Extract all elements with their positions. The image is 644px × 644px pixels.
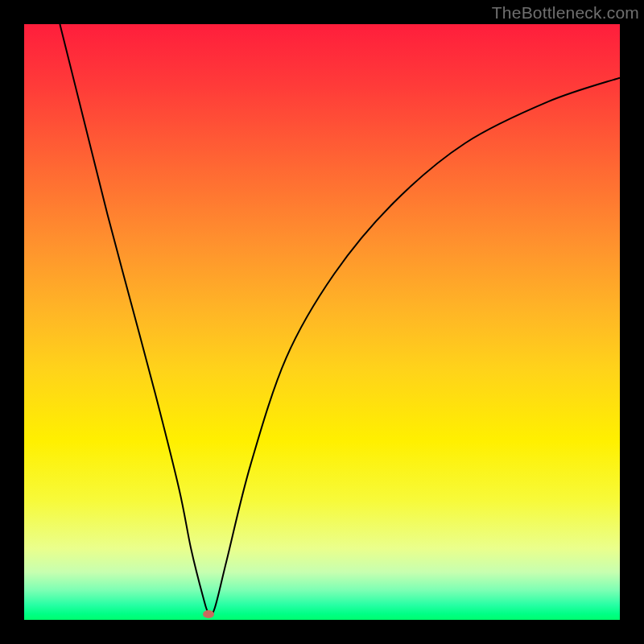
watermark-text: TheBottleneck.com [492, 3, 639, 23]
curve-path [60, 24, 620, 615]
plot-area [24, 24, 620, 620]
chart-frame: TheBottleneck.com [0, 0, 644, 644]
optimum-marker [203, 610, 214, 618]
bottleneck-curve [24, 24, 620, 620]
